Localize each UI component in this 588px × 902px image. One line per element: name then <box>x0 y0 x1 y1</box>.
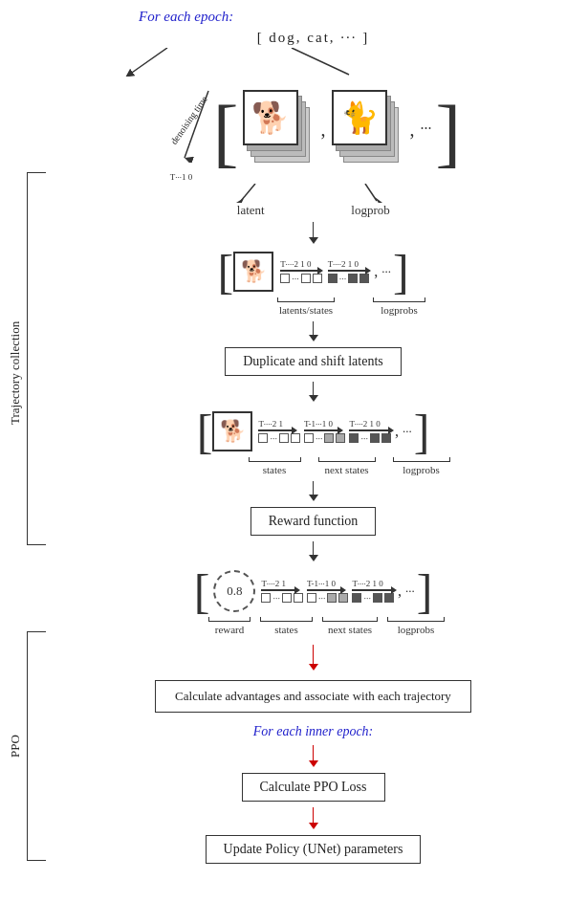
comma-latent: , <box>374 263 378 280</box>
comma-1: , <box>321 119 326 141</box>
dots-states: ··· <box>403 424 412 439</box>
logprob-squares: ··· <box>328 274 370 284</box>
svg-line-1 <box>292 48 349 75</box>
logprobs-label-1: logprobs <box>373 297 425 316</box>
bracket-close-latent: ] <box>393 248 409 296</box>
states-seq: T····2 1 ··· <box>258 419 300 444</box>
arrow-to-states-row <box>309 382 318 402</box>
epoch-label: For each epoch: <box>139 9 233 24</box>
ppo-brace <box>27 631 46 861</box>
bracket-close-states: ] <box>414 407 430 455</box>
bracket-close-reward: ] <box>417 567 433 615</box>
bracket-open-states: [ <box>197 407 213 455</box>
latent-squares: ··· <box>280 274 322 284</box>
underbraces-row3: reward states next states logprobs <box>208 617 445 635</box>
dots-reward: ··· <box>405 583 415 599</box>
bracket-close-stacks: ] <box>436 94 462 170</box>
image-stacks-row: denoising time T···1 0 [ <box>165 77 461 182</box>
states-label-2: states <box>260 617 313 635</box>
logprob-label-area: logprob <box>351 184 389 218</box>
svg-line-5 <box>365 184 377 201</box>
diagram-container: Trajectory collection PPO For each epoch… <box>0 0 588 902</box>
cat-stack: 🐈 <box>330 86 406 172</box>
dots-latent: ··· <box>381 264 391 279</box>
reward-label: reward <box>208 617 250 635</box>
dog-emoji: 🐕 <box>251 99 290 136</box>
svg-line-3 <box>241 184 255 201</box>
latent-arrow-svg <box>236 184 265 203</box>
red-arrow-1 <box>309 645 318 671</box>
states-row: [ 🐕 T····2 1 ··· T-1···1 0 <box>197 407 430 455</box>
duplicate-shift-box: Duplicate and shift latents <box>225 347 402 376</box>
logprobs-label-3: logprobs <box>387 617 445 635</box>
comma-reward: , <box>398 583 402 600</box>
update-policy-box: Update Policy (UNet) parameters <box>206 835 422 864</box>
latent-states-row: [ 🐕 T····2 1 0 ··· <box>217 248 408 296</box>
denoising-time-area: denoising time T···1 0 <box>165 86 223 182</box>
svg-line-2 <box>185 91 208 158</box>
red-arrow-3 <box>309 807 318 829</box>
logprobs-seq-2: T····2 1 0 ··· <box>349 419 391 444</box>
latent-label-area: latent <box>236 184 265 218</box>
underbraces-row2: states next states logprobs <box>249 457 450 475</box>
arrow-to-reward <box>309 481 318 501</box>
states-label: states <box>249 457 301 475</box>
trajectory-brace <box>27 172 46 545</box>
dog-small-img-2: 🐕 <box>212 411 252 451</box>
inner-epoch-label-container: For each inner epoch: <box>253 722 374 739</box>
inner-epoch-label: For each inner epoch: <box>253 724 374 738</box>
prompt-arrows-svg <box>53 48 574 77</box>
prompt-array: [ dog, cat, ··· ] <box>257 29 370 46</box>
reward-next-states-seq: T-1···1 0 ··· <box>307 579 349 604</box>
dots-stacks: ··· <box>421 121 432 138</box>
next-states-label-2: next states <box>322 617 378 635</box>
latent-seq-group: T····2 1 0 ··· <box>280 259 322 284</box>
next-states-seq: T-1···1 0 ··· <box>304 419 346 444</box>
latents-states-label: latents/states <box>277 297 335 316</box>
latent-label: latent <box>237 203 265 218</box>
svg-line-0 <box>129 48 167 75</box>
logprob-arrow-svg <box>356 184 384 203</box>
arrow-to-duplicate <box>309 321 318 341</box>
dog-stack: 🐕 <box>241 86 317 172</box>
latent-logprob-labels: latent logprob <box>53 184 574 218</box>
denoising-arrow-svg <box>180 86 228 163</box>
trajectory-collection-label: Trajectory collection <box>8 191 23 555</box>
logprob-label: logprob <box>351 203 389 218</box>
underbraces-row1: latents/states logprobs <box>277 297 425 316</box>
logprob-seq-group: T····2 1 0 ··· <box>328 259 370 284</box>
reward-states-seq: T····2 1 ··· <box>261 579 303 604</box>
bracket-open-latent: [ <box>217 248 233 296</box>
cat-emoji: 🐈 <box>340 99 379 136</box>
reward-logprobs-seq: T····2 1 0 ··· <box>352 579 394 604</box>
arrow-to-latent-row <box>309 222 318 244</box>
prompt-to-stacks-area <box>53 48 574 77</box>
comma-states: , <box>395 423 399 440</box>
calculate-ppo-box: Calculate PPO Loss <box>242 773 385 802</box>
next-states-label: next states <box>318 457 376 475</box>
ppo-label: PPO <box>8 631 23 861</box>
comma-2: , <box>410 119 415 141</box>
logprobs-label-2: logprobs <box>393 457 450 475</box>
reward-row: [ 0.8 T····2 1 ··· T-1···1 <box>194 567 433 615</box>
red-arrow-2 <box>309 745 318 767</box>
reward-circle: 0.8 <box>213 570 255 612</box>
reward-function-box: Reward function <box>250 507 377 536</box>
calculate-advantages-box: Calculate advantages and associate with … <box>155 680 471 713</box>
bracket-open-reward: [ <box>194 567 210 615</box>
dog-small-img: 🐕 <box>233 252 273 292</box>
arrow-to-reward-row <box>309 541 318 561</box>
